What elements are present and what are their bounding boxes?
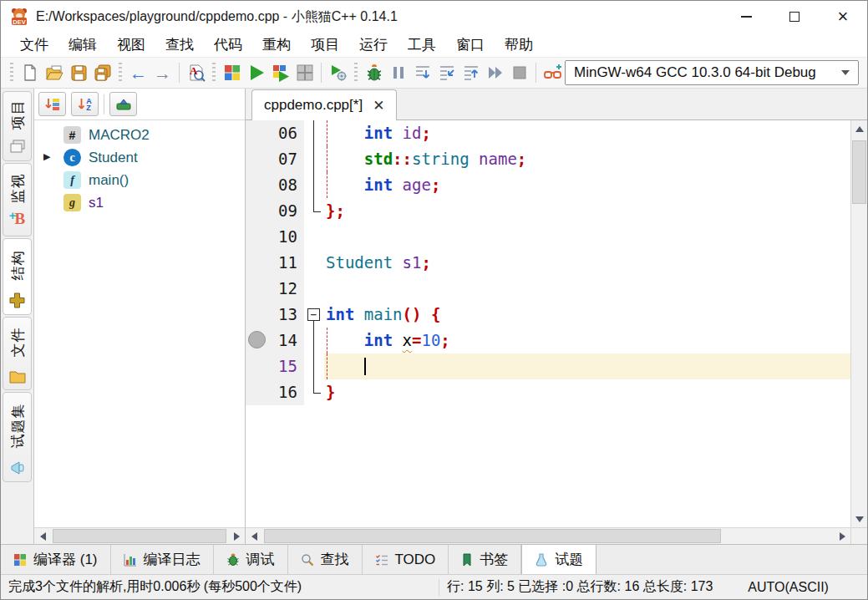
toolbar-grip[interactable] bbox=[212, 63, 216, 83]
toolbar-grip[interactable] bbox=[119, 63, 122, 83]
scroll-left-arrow[interactable] bbox=[34, 528, 51, 545]
expander-icon[interactable]: ▶ bbox=[43, 151, 50, 162]
step-into-button[interactable] bbox=[434, 61, 459, 85]
editor-tab-cppdemo[interactable]: cppdemo.cpp[*] ✕ bbox=[251, 89, 397, 120]
breakpoint-gutter[interactable] bbox=[246, 250, 269, 276]
breakpoint-marker[interactable] bbox=[248, 331, 266, 348]
editor-vertical-scrollbar[interactable] bbox=[850, 120, 867, 527]
tree-item-macro2[interactable]: # MACRO2 bbox=[34, 124, 245, 146]
breakpoint-gutter[interactable] bbox=[246, 328, 269, 353]
menu-tools[interactable]: 工具 bbox=[398, 33, 445, 56]
code-text[interactable]: int age; bbox=[324, 172, 850, 198]
tree-item-student[interactable]: ▶ c Student bbox=[34, 146, 245, 169]
code-text[interactable]: }; bbox=[324, 198, 850, 224]
code-line-12[interactable]: 12 bbox=[246, 276, 850, 302]
tab-search[interactable]: 查找 bbox=[288, 545, 363, 574]
code-text[interactable]: Student s1; bbox=[324, 250, 850, 276]
code-text[interactable] bbox=[324, 276, 850, 302]
tab-compiler[interactable]: 编译器 (1) bbox=[1, 545, 111, 574]
run-button[interactable] bbox=[244, 61, 268, 85]
tree-item-s1[interactable]: g s1 bbox=[34, 191, 245, 214]
step-over-button[interactable] bbox=[410, 61, 434, 85]
tab-bookmarks[interactable]: 书签 bbox=[449, 545, 521, 574]
menu-project[interactable]: 项目 bbox=[302, 33, 348, 56]
code-line-06[interactable]: 06 int id; bbox=[246, 120, 850, 146]
side-tab-problem-set[interactable]: 试题集 bbox=[3, 392, 32, 482]
code-line-14[interactable]: 14 int x=10; bbox=[246, 328, 850, 353]
tab-compile-log[interactable]: 编译日志 bbox=[111, 545, 214, 574]
sort-alphabetically-button[interactable]: AZ bbox=[71, 92, 99, 116]
breakpoint-gutter[interactable] bbox=[246, 224, 269, 250]
structure-horizontal-scrollbar[interactable] bbox=[34, 527, 245, 544]
breakpoint-gutter[interactable] bbox=[246, 120, 269, 146]
side-tab-watch[interactable]: 监视 +B bbox=[3, 163, 32, 236]
step-out-button[interactable] bbox=[459, 61, 483, 85]
run-to-cursor-button[interactable] bbox=[483, 61, 507, 85]
side-tab-project[interactable]: 项目 bbox=[3, 91, 32, 161]
side-tab-files[interactable]: 文件 bbox=[3, 317, 32, 390]
code-text[interactable]: } bbox=[324, 379, 850, 405]
breakpoint-gutter[interactable] bbox=[246, 353, 269, 379]
code-line-16[interactable]: 16} bbox=[246, 379, 850, 405]
encoding-indicator[interactable]: AUTO(ASCII) bbox=[740, 580, 836, 595]
breakpoint-gutter[interactable] bbox=[246, 146, 269, 172]
save-all-button[interactable] bbox=[90, 61, 114, 85]
scrollbar-thumb[interactable] bbox=[852, 140, 866, 204]
scrollbar-thumb[interactable] bbox=[264, 529, 721, 543]
code-text[interactable] bbox=[324, 353, 850, 379]
scroll-left-arrow[interactable] bbox=[246, 528, 262, 545]
breakpoint-gutter[interactable] bbox=[246, 172, 269, 198]
close-button[interactable]: × bbox=[819, 1, 867, 33]
code-line-13[interactable]: 13−int main() { bbox=[246, 302, 850, 328]
code-text[interactable]: int x=10; bbox=[324, 328, 850, 353]
compiler-select[interactable]: MinGW-w64 GCC 10.3.0 64-bit Debug bbox=[565, 60, 859, 85]
menu-file[interactable]: 文件 bbox=[11, 33, 58, 56]
compile-and-run-button[interactable] bbox=[268, 61, 292, 85]
sort-by-position-button[interactable] bbox=[38, 92, 66, 116]
show-inherited-members-button[interactable] bbox=[109, 92, 137, 116]
code-line-10[interactable]: 10 bbox=[246, 224, 850, 250]
editor-horizontal-scrollbar[interactable] bbox=[246, 527, 867, 544]
breakpoint-gutter[interactable] bbox=[246, 379, 269, 405]
tab-exam[interactable]: 试题 bbox=[521, 544, 596, 574]
side-tab-structure[interactable]: 结构 bbox=[3, 238, 32, 315]
scroll-right-arrow[interactable] bbox=[834, 528, 850, 545]
stop-button[interactable] bbox=[507, 61, 531, 85]
code-line-15[interactable]: 15 bbox=[246, 353, 850, 379]
code-text[interactable]: std::string name; bbox=[324, 146, 850, 172]
find-in-files-button[interactable]: A bbox=[184, 61, 208, 85]
menu-run[interactable]: 运行 bbox=[350, 33, 397, 56]
toolbar-grip[interactable] bbox=[354, 63, 358, 83]
compile-button[interactable] bbox=[220, 61, 244, 85]
code-text[interactable]: int id; bbox=[324, 120, 850, 146]
menu-code[interactable]: 代码 bbox=[205, 33, 251, 56]
tab-todo[interactable]: TODO bbox=[363, 545, 449, 574]
breakpoint-gutter[interactable] bbox=[246, 302, 269, 328]
fold-collapse-icon[interactable]: − bbox=[307, 308, 320, 321]
menu-edit[interactable]: 编辑 bbox=[59, 33, 106, 56]
breakpoint-gutter[interactable] bbox=[246, 276, 269, 302]
run-with-options-button[interactable] bbox=[326, 61, 350, 85]
code-text[interactable]: int main() { bbox=[324, 302, 850, 328]
new-file-button[interactable] bbox=[18, 61, 42, 85]
code-line-07[interactable]: 07 std::string name; bbox=[246, 146, 850, 172]
scrollbar-thumb[interactable] bbox=[53, 529, 226, 543]
code-line-09[interactable]: 09}; bbox=[246, 198, 850, 224]
add-watch-button[interactable] bbox=[541, 61, 565, 85]
tree-item-main[interactable]: f main() bbox=[34, 169, 245, 191]
menu-refactor[interactable]: 重构 bbox=[253, 33, 300, 56]
tab-debug[interactable]: 调试 bbox=[214, 545, 288, 574]
scroll-up-arrow[interactable] bbox=[851, 120, 868, 137]
breakpoint-gutter[interactable] bbox=[246, 198, 269, 224]
menu-view[interactable]: 视图 bbox=[108, 33, 155, 56]
menu-window[interactable]: 窗口 bbox=[447, 33, 494, 56]
rebuild-all-button[interactable] bbox=[292, 61, 317, 85]
debug-button[interactable] bbox=[362, 61, 386, 85]
menu-help[interactable]: 帮助 bbox=[495, 33, 542, 56]
code-text[interactable] bbox=[324, 224, 850, 250]
forward-button[interactable]: → bbox=[150, 61, 175, 85]
maximize-button[interactable] bbox=[770, 1, 819, 33]
code-line-11[interactable]: 11Student s1; bbox=[246, 250, 850, 276]
scroll-down-arrow[interactable] bbox=[851, 511, 868, 527]
back-button[interactable]: ← bbox=[126, 61, 150, 85]
